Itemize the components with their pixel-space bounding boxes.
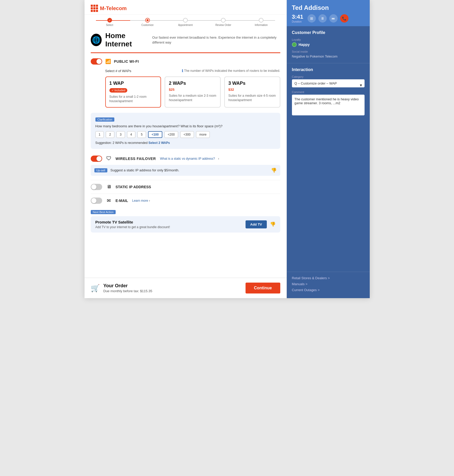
wireless-failover-label: WIRELESS FAILOVER (116, 157, 156, 161)
failover-link[interactable]: What is a static vs dynamic IP address? (160, 157, 215, 160)
order-title: Your Order (103, 283, 152, 289)
cart-icon: 🛒 (91, 284, 100, 292)
room-btn-lt100[interactable]: <100 (148, 131, 162, 138)
current-outages-link[interactable]: Current Outages > (292, 288, 365, 292)
room-btn-1[interactable]: 1 (95, 131, 104, 138)
wap-card-2[interactable]: 2 WAPs $25 Suites for a medium size 2-3 … (165, 76, 221, 108)
step-customize-circle (145, 18, 150, 23)
nba-thumbs-down-icon[interactable]: 👎 (270, 221, 276, 227)
wireless-failover-row: 🛡 WIRELESS FAILOVER What is a static vs … (91, 155, 280, 162)
step-select-circle: ✓ (107, 18, 112, 23)
continue-button[interactable]: Continue (246, 283, 280, 293)
email-learn-more-link[interactable]: Learn more (132, 199, 148, 202)
loyalty-row: Happy (292, 42, 365, 47)
shield-icon: 🛡 (105, 155, 113, 162)
nba-tag: Next Best Action (91, 210, 116, 214)
room-btn-more[interactable]: more (196, 131, 210, 138)
pause-button[interactable]: ⏸ (318, 14, 327, 23)
right-panel: Ted Addison 3:41 Duration ⊞ ⏸ ⏭ 📞 Custom… (287, 0, 370, 298)
comment-label: Comment (292, 90, 365, 94)
logo: M-Telecom (91, 5, 280, 12)
logo-text: M-Telecom (100, 5, 127, 11)
wap-2-title: 2 WAPs (169, 81, 216, 86)
wap-2-desc: Suites for a medium size 2-3 room house/… (169, 94, 216, 102)
manuals-link[interactable]: Manuals > (292, 282, 365, 286)
interaction-section: Interaction Category Q – Customize order… (287, 63, 370, 272)
room-btn-lt300[interactable]: <300 (180, 131, 194, 138)
email-learn-more-text: Learn more › (132, 199, 150, 202)
email-learn-more-arrow: › (149, 199, 150, 202)
wap-3-price: $32 (228, 88, 276, 92)
wifi-icon: 📶 (105, 59, 111, 64)
wap-cards: 1 WAP ✓ Included Suites for a small 1-2 … (105, 76, 280, 108)
step-review-circle (221, 18, 226, 23)
step-information[interactable]: Information (242, 18, 280, 26)
end-call-button[interactable]: 📞 (340, 14, 348, 23)
wap-card-3[interactable]: 3 WAPs $32 Suites for a medium size 4-5 … (224, 76, 280, 108)
header: M-Telecom (85, 0, 287, 15)
nba-section: Next Best Action Promote TV Satellite Ad… (91, 209, 280, 233)
retail-stores-link[interactable]: Retail Stores & Dealers > (292, 276, 365, 280)
right-footer: Retail Stores & Dealers > Manuals > Curr… (287, 272, 370, 298)
email-label: E-MAIL (116, 199, 128, 203)
room-btn-5[interactable]: 5 (137, 131, 146, 138)
info-icon: ℹ (182, 69, 183, 73)
page-content: 🌐 Home Internet Our fastest ever interne… (85, 26, 287, 278)
order-price: Due monthly before tax: $115.35 (103, 289, 152, 293)
wap-3-desc: Suites for a medium size 4-5 room house/… (228, 94, 276, 102)
public-wifi-label: PUBLIC WI-FI (114, 59, 139, 64)
wap-info-text: ℹ The number of WAPs indicated the numbe… (182, 69, 280, 73)
step-review[interactable]: Review Order (204, 18, 242, 26)
category-select-wrapper: Q – Customize order – WAPQ – Customize o… (292, 79, 365, 90)
wap-3-title: 3 WAPs (228, 81, 276, 86)
email-icon: ✉ (105, 197, 113, 204)
public-wifi-toggle[interactable] (91, 58, 102, 65)
interaction-heading: Interaction (292, 67, 365, 72)
suggestion-text: Suggestion: 2 WAPs is recommended Select… (95, 141, 276, 145)
order-footer: 🛒 Your Order Due monthly before tax: $11… (85, 278, 287, 298)
step-appointment[interactable]: Appointment (166, 18, 204, 26)
static-ip-label: STATIC IP ADDRESS (116, 185, 151, 189)
call-timer-col: 3:41 Duration (292, 13, 305, 23)
category-select[interactable]: Q – Customize order – WAPQ – Customize o… (292, 79, 365, 87)
social-label: Social inside (292, 50, 365, 53)
clarification-question: How many bedrooms are there in you house… (95, 124, 276, 128)
room-btn-2[interactable]: 2 (106, 131, 114, 138)
upsell-thumbs-down-icon[interactable]: 👎 (271, 167, 277, 173)
wap-1-badge: ✓ Included (109, 88, 128, 93)
static-ip-toggle[interactable] (91, 184, 102, 190)
public-wifi-toggle-knob (96, 59, 102, 64)
step-select[interactable]: ✓ Select (91, 18, 129, 26)
loyalty-value: Happy (299, 43, 310, 47)
email-row: ✉ E-MAIL Learn more › (91, 194, 280, 207)
failover-link-arrow: › (218, 157, 219, 160)
progress-line-done (96, 20, 130, 21)
step-information-label: Information (255, 24, 268, 26)
order-info: 🛒 Your Order Due monthly before tax: $11… (91, 283, 152, 293)
wap-header-label: Select # of WAPs (105, 69, 131, 73)
add-tv-button[interactable]: Add TV (246, 220, 267, 228)
room-btn-4[interactable]: 4 (127, 131, 136, 138)
wap-card-1[interactable]: 1 WAP ✓ Included Suites for a small 1-2 … (105, 76, 161, 108)
room-btn-lt200[interactable]: <200 (164, 131, 178, 138)
section-title: Home Internet (105, 32, 149, 48)
progress-steps: ✓ Select Customize Appointment Review Or… (85, 15, 287, 26)
section-title-row: 🌐 Home Internet Our fastest ever interne… (91, 32, 280, 48)
upsell-text: Suggest a static IP address for only $5/… (110, 168, 268, 172)
email-knob (91, 198, 96, 203)
step-information-circle (259, 18, 263, 23)
skip-button[interactable]: ⏭ (329, 14, 338, 23)
step-review-label: Review Order (215, 24, 231, 26)
wireless-failover-toggle[interactable] (91, 156, 102, 162)
email-toggle[interactable] (91, 198, 102, 204)
wap-1-title: 1 WAP (109, 81, 157, 86)
step-customize[interactable]: Customize (129, 18, 166, 26)
select-2-waps-link[interactable]: Select 2 WAPs (149, 141, 170, 145)
wap-1-desc: Suites for a small 1-2 room house/apartm… (109, 95, 157, 103)
customer-profile-section: Customer Profile Loyalty Happy Social in… (287, 26, 370, 63)
grid-view-button[interactable]: ⊞ (308, 14, 316, 23)
comment-textarea[interactable] (292, 95, 365, 115)
room-btn-3[interactable]: 3 (116, 131, 125, 138)
step-customize-label: Customize (141, 24, 153, 26)
section-divider (91, 52, 280, 53)
